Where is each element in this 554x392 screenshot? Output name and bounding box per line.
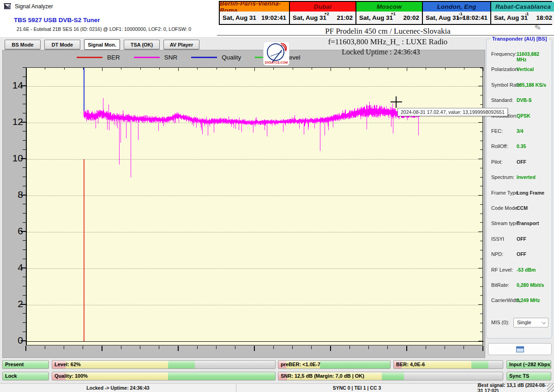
clock-utc-offset: -1 [525,12,529,16]
clock-city-label: Rabat-Casablanca [491,2,554,12]
tab-signal-mon-[interactable]: Signal Mon. [84,39,120,50]
y-tick [23,204,26,204]
y-tick-right [480,295,483,296]
field-label: NPD: [491,251,503,257]
y-tick [23,295,26,296]
statusbar-sync: SYNC 0 | TEI 1 | CC 3 [236,384,478,392]
field-value: Vertical [517,66,534,72]
field-value: OFF [517,251,526,257]
y-tick [21,231,26,232]
window-title: Signal Analyzer [15,3,53,10]
y-tick-right [478,86,483,86]
statusbar-uptime: Locked -> Uptime: 24:36:43 [0,384,236,392]
tab-bs-mode[interactable]: BS Mode [5,40,41,49]
clock-hms: 21:02 [337,14,353,21]
field-label: FEC: [491,128,503,134]
plot-area[interactable]: 2024-08-31 17.02.47, value: 13,199999809… [26,67,483,345]
clock-1: Berlin-Paris-Vienna-RomaSat, Aug 3119:02… [220,2,289,24]
indicator-bar-level: Level: 62% [52,360,276,369]
y-tick [23,140,26,141]
tab-tsa-ok-[interactable]: TSA (OK) [124,40,160,49]
mis-label: MIS (0): [491,320,509,325]
y-axis-label-12: 12 [4,116,23,127]
y-tick [23,149,26,150]
clock-city-label: Berlin-Paris-Vienna-Roma [220,2,289,12]
field-value: -53 dBm [517,267,536,273]
y-tick [21,195,26,196]
x-tick-top [369,67,369,70]
y-tick-right [478,122,483,123]
bar-label: Quality: 100% [54,372,88,380]
y-tick-right [480,149,483,150]
y-tick-right [480,323,483,323]
x-tick-top [83,67,84,70]
x-tick [292,346,293,349]
y-tick-right [478,268,483,268]
field-label: Polarization: [491,66,519,72]
x-tick-top [388,67,388,70]
clock-hms: 18:02 [536,14,552,21]
transponder-row-polarization: Polarization:Vertical [491,66,549,72]
clock-5: Rabat-CasablancaSat, Aug 31-118:02 [491,2,554,24]
y-tick-right [480,314,483,314]
bar-label: Level: 62% [54,361,81,368]
y-tick-right [480,168,483,168]
x-tick-top [349,67,350,70]
x-tick-top [445,67,446,70]
x-tick-top [293,67,293,70]
field-label: RF Level: [491,267,513,273]
clock-utc-offset: -1DST [457,12,464,20]
field-label: Code Mode: [491,205,519,211]
ts-window-button[interactable] [488,343,552,355]
y-tick-right [480,77,483,77]
y-tick [23,213,26,214]
clock-hms: 18:02:41 [463,14,488,21]
field-label: Standard: [491,97,513,103]
transponder-row-standard: Standard:DVB-S [491,97,549,103]
field-value: OFF [517,159,526,165]
field-label: BitRate: [491,282,509,288]
y-tick-right [478,304,483,305]
y-tick [23,186,26,186]
bar-label: Input (~282 Kbps) [509,361,551,368]
clock-time-row: Sat, Aug 31-118:02 [491,12,554,24]
y-tick-right [480,104,483,105]
world-clocks: Berlin-Paris-Vienna-RomaSat, Aug 3119:02… [219,1,552,25]
y-tick-right [480,95,483,95]
transponder-row-bitrate: BitRate:0,280 Mbit/s [491,282,549,288]
resize-grip[interactable] [547,384,554,392]
x-tick-top [45,67,45,70]
legend-swatch-quality [191,57,217,58]
y-tick [21,122,26,123]
field-value: 0,249 MHz [517,297,540,303]
field-value: Long Frame [517,190,544,196]
bar-label: Present [5,361,24,368]
x-tick [464,346,464,349]
x-tick [426,346,426,349]
x-tick [45,346,45,349]
y-tick [21,267,26,268]
clock-date: Sat, Aug 31 [494,14,528,21]
field-value: 11603,882 MHz [517,51,549,62]
logo-text: DXSATCS.COM [264,61,289,64]
x-tick [102,346,102,351]
x-tick [330,346,331,351]
indicator-bar-preber: preBER: <1.0E-7 [278,360,391,369]
y-tick [23,113,26,113]
indicator-bar-input: Input (~282 Kbps) [506,360,551,369]
transponder-row-issyi: ISSYIOFF [491,236,549,242]
transponder-row-symbolrate: Symbol Rate:185,188 KS/s [491,82,549,88]
y-tick-right [478,232,483,232]
legend-label: Quality [222,54,241,61]
clock-hms: 20:02 [403,14,419,21]
y-tick-right [480,259,483,259]
tab-av-player[interactable]: AV Player [163,40,199,49]
transponder-row-rflevel: RF Level:-53 dBm [491,267,549,273]
y-tick [23,332,26,332]
bar-label: SNR: 12,5 dB (Margin: 7,0 dB | OK) [281,372,364,380]
y-tick-right [480,131,483,132]
y-tick [23,167,26,168]
y-tick [23,249,26,250]
tab-dt-mode[interactable]: DT Mode [44,40,80,49]
mis-dropdown[interactable]: Single [513,318,548,327]
